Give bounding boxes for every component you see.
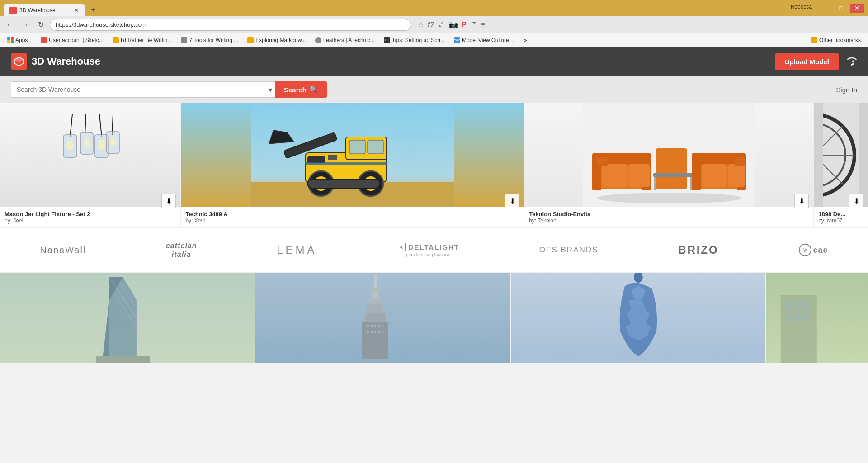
model-title-mason: Mason Jar Light Fixture - Set 2 bbox=[5, 211, 176, 217]
svg-rect-91 bbox=[794, 300, 801, 309]
model-item-technic[interactable]: Technic 3489 A by: Xevi ⬇ bbox=[181, 103, 524, 227]
forward-btn[interactable]: → bbox=[19, 19, 32, 31]
download-btn-technic[interactable]: ⬇ bbox=[505, 194, 519, 208]
delta-text: DELTALIGHT bbox=[408, 243, 459, 251]
model-title-technic: Technic 3489 A bbox=[185, 211, 519, 217]
bookmark-more[interactable]: » bbox=[520, 36, 531, 44]
active-tab[interactable]: 3D Warehouse ✕ bbox=[4, 4, 85, 16]
close-btn[interactable]: ✕ bbox=[850, 4, 864, 13]
svg-rect-92 bbox=[803, 300, 810, 309]
svg-rect-77 bbox=[374, 325, 376, 327]
svg-rect-33 bbox=[307, 179, 380, 188]
delta-box-icon: ✕ bbox=[397, 243, 406, 251]
delta-main: ✕ DELTALIGHT bbox=[397, 243, 459, 251]
brand-lema[interactable]: LEMA bbox=[277, 244, 317, 256]
site-logo[interactable]: 3D Warehouse bbox=[11, 53, 100, 70]
brand-deltalight[interactable]: ✕ DELTALIGHT pure lighting pleasure. bbox=[397, 243, 459, 257]
svg-rect-95 bbox=[803, 312, 810, 321]
svg-rect-84 bbox=[382, 331, 383, 333]
bookmark-apps-label: Apps bbox=[15, 37, 28, 43]
search-btn-icon: 🔍 bbox=[309, 85, 318, 94]
bookmark-apps[interactable]: Apps bbox=[4, 36, 31, 44]
star-icon[interactable]: ☆ bbox=[418, 20, 424, 29]
svg-rect-42 bbox=[656, 148, 687, 189]
model-thumb-technic bbox=[181, 103, 524, 207]
svg-rect-52 bbox=[597, 157, 608, 166]
model-author-partial: by: ram07... bbox=[818, 217, 863, 224]
sofa-svg bbox=[583, 103, 755, 207]
tab-favicon bbox=[9, 7, 17, 14]
search-btn-label: Search bbox=[284, 86, 307, 94]
bookmark-favicon-1 bbox=[41, 37, 47, 43]
logo-text: 3D Warehouse bbox=[32, 56, 100, 67]
model-info-technic: Technic 3489 A by: Xevi bbox=[181, 207, 524, 227]
download-btn-partial[interactable]: ⬇ bbox=[849, 194, 863, 208]
building-item-2[interactable] bbox=[255, 273, 511, 363]
search-btn[interactable]: Search 🔍 bbox=[275, 81, 327, 98]
close-tab-btn[interactable]: ✕ bbox=[74, 7, 79, 14]
bookmark-tools-label: 7 Tools for Writing ... bbox=[189, 37, 238, 43]
monitor-icon[interactable]: 🖥 bbox=[470, 21, 477, 29]
bookmark-user-label: User account | Sketc... bbox=[49, 37, 104, 43]
svg-rect-51 bbox=[728, 164, 745, 187]
sign-in-link[interactable]: Sign In bbox=[836, 86, 857, 94]
model-author-mason: by: Joel bbox=[5, 217, 176, 224]
pinterest-icon[interactable]: P bbox=[462, 21, 467, 29]
search-input[interactable] bbox=[11, 86, 266, 93]
brand-cattelan[interactable]: cattelanitalia bbox=[166, 241, 197, 259]
cae-text: cae bbox=[813, 246, 828, 255]
bookmark-exploring-label: Exploring Markdow... bbox=[255, 37, 306, 43]
camera-icon[interactable]: 📷 bbox=[449, 20, 458, 29]
building-item-4[interactable] bbox=[766, 273, 868, 363]
svg-rect-79 bbox=[382, 325, 383, 327]
brand-brizo[interactable]: BRIZO bbox=[678, 244, 719, 256]
brand-cae[interactable]: © cae bbox=[799, 244, 828, 256]
brand-nanawall[interactable]: NanaWall bbox=[40, 245, 86, 255]
download-btn-sofa[interactable]: ⬇ bbox=[794, 194, 809, 208]
svg-rect-69 bbox=[374, 275, 377, 288]
bookmark-user-account[interactable]: User account | Sketc... bbox=[37, 36, 107, 44]
upload-model-btn[interactable]: Upload Model bbox=[775, 53, 839, 70]
model-author-technic: by: Xevi bbox=[185, 217, 519, 224]
address-input[interactable] bbox=[50, 19, 411, 31]
minimize-btn[interactable]: – bbox=[817, 4, 832, 13]
bookmark-mvc[interactable]: mvc Model View Culture ... bbox=[450, 36, 519, 44]
bookmarks-bar: Apps User account | Sketc... I'd Rather … bbox=[0, 33, 868, 47]
wifi-icon[interactable] bbox=[846, 55, 857, 68]
refresh-btn[interactable]: ↻ bbox=[34, 19, 47, 31]
download-btn-mason[interactable]: ⬇ bbox=[161, 194, 176, 208]
bookmark-other[interactable]: Other bookmarks bbox=[807, 36, 864, 44]
search-section: ▾ Search 🔍 Sign In bbox=[0, 76, 868, 103]
svg-rect-93 bbox=[785, 312, 792, 321]
svg-rect-32 bbox=[305, 162, 387, 165]
logo-icon bbox=[11, 53, 27, 70]
svg-rect-53 bbox=[735, 157, 745, 166]
bookmark-tips-label: Tips: Setting up Scri... bbox=[392, 37, 445, 43]
eyedropper-icon[interactable]: 🖊 bbox=[438, 21, 445, 29]
building-item-1[interactable] bbox=[0, 273, 255, 363]
logo-svg bbox=[14, 56, 24, 67]
bookmark-tools-writing[interactable]: 7 Tools for Writing ... bbox=[177, 36, 242, 44]
model-item-sofa[interactable]: Teknion Studio-Envita by: Teknion ⬇ bbox=[524, 103, 814, 227]
model-title-sofa: Teknion Studio-Envita bbox=[529, 211, 809, 217]
font-icon[interactable]: f? bbox=[428, 21, 434, 29]
model-item-mason-jar[interactable]: Mason Jar Light Fixture - Set 2 by: Joel… bbox=[0, 103, 181, 227]
menu-icon[interactable]: ≡ bbox=[481, 21, 485, 29]
bookmark-avatar-icon bbox=[315, 37, 321, 43]
back-btn[interactable]: ← bbox=[4, 19, 16, 31]
bookmark-id-rather[interactable]: I'd Rather Be Writin... bbox=[109, 36, 175, 44]
maximize-btn[interactable]: □ bbox=[834, 4, 848, 13]
brand-ofs[interactable]: OFS BRANDS bbox=[539, 246, 599, 255]
bookmark-exploring[interactable]: Exploring Markdow... bbox=[244, 36, 309, 44]
model-info-partial: 1898 De... by: ram07... bbox=[814, 207, 868, 227]
bookmark-mvc-label: Model View Culture ... bbox=[462, 37, 515, 43]
bookmark-tips[interactable]: TH Tips: Setting up Scri... bbox=[380, 36, 448, 44]
building-item-3[interactable] bbox=[511, 273, 766, 363]
svg-rect-50 bbox=[702, 164, 726, 187]
svg-rect-82 bbox=[374, 331, 376, 333]
new-tab-btn[interactable]: + bbox=[87, 4, 99, 16]
bookmark-ffeathers[interactable]: ffeathers | A technic... bbox=[311, 36, 378, 44]
model-item-partial[interactable]: 1898 De... by: ram07... ⬇ bbox=[814, 103, 868, 227]
search-dropdown-btn[interactable]: ▾ bbox=[266, 82, 275, 97]
svg-point-12 bbox=[66, 140, 74, 151]
